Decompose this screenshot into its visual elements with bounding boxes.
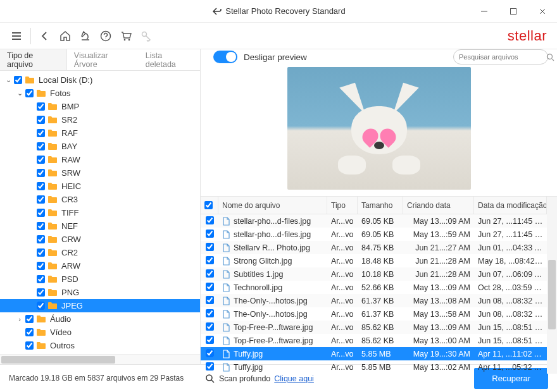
file-tree[interactable]: ⌄Local Disk (D:)⌄FotosBMPSR2RAFBAYRAWSRW… [0, 71, 200, 354]
grid-check-all[interactable] [204, 201, 213, 209]
row-checkbox[interactable] [206, 216, 214, 224]
row-checkbox[interactable] [206, 269, 214, 278]
row-checkbox[interactable] [206, 336, 214, 344]
home-button[interactable] [55, 26, 75, 46]
tree-checkbox[interactable] [25, 341, 34, 350]
tree-checkbox[interactable] [37, 156, 45, 164]
tab-deleted-list[interactable]: Lista deletada [139, 49, 200, 70]
file-type: Ar...vo [327, 336, 358, 345]
file-name: The-Only-...hotos.jpg [234, 310, 308, 319]
tree-checkbox[interactable] [37, 262, 45, 270]
col-name[interactable]: Nome do arquivo [218, 197, 327, 214]
file-type: Ar...vo [327, 283, 358, 292]
file-name: stellar-pho...d-files.jpg [234, 230, 311, 239]
row-checkbox[interactable] [206, 296, 214, 304]
deep-scan-link[interactable]: Clique aqui [274, 374, 314, 383]
tree-node[interactable]: SRW [0, 166, 200, 180]
tree-node[interactable]: CR3 [0, 193, 200, 206]
table-row[interactable]: Tuffy.jpgAr...vo5.85 MBMay 19...:30 AMAp… [201, 347, 547, 360]
tree-node[interactable]: CR2 [0, 246, 200, 259]
tree-node[interactable]: ARW [0, 259, 200, 273]
tree-hscrollbar[interactable] [0, 354, 200, 364]
table-row[interactable]: stellar-pho...d-files.jpgAr...vo69.05 KB… [201, 228, 547, 241]
tree-checkbox[interactable] [37, 222, 45, 230]
close-button[interactable] [528, 0, 557, 23]
col-created[interactable]: Criando data [403, 197, 474, 214]
tree-checkbox[interactable] [37, 209, 45, 217]
maximize-button[interactable] [499, 0, 528, 23]
row-checkbox[interactable] [206, 256, 214, 264]
search-input[interactable] [459, 53, 546, 61]
tree-node[interactable]: PNG [0, 286, 200, 299]
tree-checkbox[interactable] [37, 248, 45, 257]
minimize-button[interactable] [470, 0, 499, 23]
tree-node[interactable]: NEF [0, 219, 200, 233]
tree-checkbox[interactable] [37, 169, 45, 177]
tree-node[interactable]: Outros [0, 339, 200, 352]
table-row[interactable]: Top-Free-P...ftware.jpgAr...vo85.62 KBMa… [201, 321, 547, 334]
search-box[interactable] [453, 49, 548, 64]
table-row[interactable]: Strong Glitch.jpgAr...vo18.48 KBJun 21..… [201, 254, 547, 267]
tab-tree-view[interactable]: Visualizar Árvore [67, 49, 139, 70]
tree-node[interactable]: PSD [0, 273, 200, 286]
table-row[interactable]: Technoroll.jpgAr...vo52.66 KBMay 13...:0… [201, 281, 547, 294]
tree-node[interactable]: ⌄Fotos [0, 87, 200, 100]
status-text: Marcado 19.18 GB em 5837 arquivos em 29 … [9, 374, 199, 384]
tree-checkbox[interactable] [37, 142, 45, 150]
tree-node[interactable]: ⌄Local Disk (D:) [0, 73, 200, 87]
row-checkbox[interactable] [206, 349, 214, 357]
tree-checkbox[interactable] [25, 328, 34, 336]
tree-checkbox[interactable] [37, 102, 45, 111]
tree-checkbox[interactable] [37, 302, 45, 310]
key-icon[interactable] [136, 26, 156, 46]
table-row[interactable]: Top-Free-P...ftware.jpgAr...vo85.62 KBMa… [201, 334, 547, 347]
tree-node[interactable]: TIFF [0, 206, 200, 219]
tree-checkbox[interactable] [25, 89, 34, 97]
table-row[interactable]: The-Only-...hotos.jpgAr...vo61.37 KBMay … [201, 307, 547, 321]
microscope-icon[interactable] [75, 26, 96, 46]
tree-node[interactable]: RAW [0, 153, 200, 166]
tree-node[interactable]: Vídeo [0, 326, 200, 339]
tree-checkbox[interactable] [37, 116, 45, 124]
tree-checkbox[interactable] [37, 195, 45, 204]
row-checkbox[interactable] [206, 309, 214, 317]
tree-node[interactable]: CRW [0, 233, 200, 246]
cart-button[interactable] [116, 26, 136, 46]
tree-checkbox[interactable] [37, 182, 45, 190]
row-checkbox[interactable] [206, 362, 214, 371]
tree-checkbox[interactable] [37, 288, 45, 297]
tree-node[interactable]: ›Áudio [0, 312, 200, 326]
col-modified[interactable]: Data da modificação [474, 197, 547, 214]
tree-checkbox[interactable] [25, 315, 34, 323]
tree-checkbox[interactable] [37, 275, 45, 283]
tree-checkbox[interactable] [37, 235, 45, 243]
tab-file-type[interactable]: Tipo de arquivo [0, 49, 67, 70]
tree-checkbox[interactable] [14, 76, 22, 84]
grid-vscrollbar[interactable] [547, 196, 557, 374]
table-row[interactable]: stellar-pho...d-files.jpgAr...vo69.05 KB… [201, 214, 547, 228]
col-type[interactable]: Tipo [327, 197, 358, 214]
row-checkbox[interactable] [206, 322, 214, 331]
tree-node[interactable]: RAF [0, 126, 200, 140]
nav-back-button[interactable] [35, 26, 55, 46]
tree-checkbox[interactable] [37, 129, 45, 137]
tree-node[interactable]: HEIC [0, 180, 200, 193]
tree-label: CRW [61, 235, 81, 244]
table-row[interactable]: Tuffy.jpgAr...vo5.85 MBMay 13...:02 AMAp… [201, 360, 547, 374]
file-type: Ar...vo [327, 323, 358, 332]
table-row[interactable]: Subtitles 1.jpgAr...vo10.18 KBJun 21...:… [201, 267, 547, 281]
table-row[interactable]: The-Only-...hotos.jpgAr...vo61.37 KBMay … [201, 294, 547, 307]
table-row[interactable]: Stellarv R... Photo.jpgAr...vo84.75 KBJu… [201, 241, 547, 254]
row-checkbox[interactable] [206, 283, 214, 291]
preview-toggle[interactable] [213, 51, 237, 63]
tree-node[interactable]: JPEG [0, 299, 200, 312]
row-checkbox[interactable] [206, 243, 214, 251]
tree-node[interactable]: BAY [0, 140, 200, 153]
file-grid[interactable]: Nome do arquivo Tipo Tamanho Criando dat… [201, 196, 547, 374]
tree-node[interactable]: SR2 [0, 113, 200, 126]
tree-node[interactable]: BMP [0, 100, 200, 113]
menu-button[interactable] [6, 26, 27, 46]
row-checkbox[interactable] [206, 230, 214, 238]
col-size[interactable]: Tamanho [358, 197, 403, 214]
help-button[interactable] [96, 26, 116, 46]
